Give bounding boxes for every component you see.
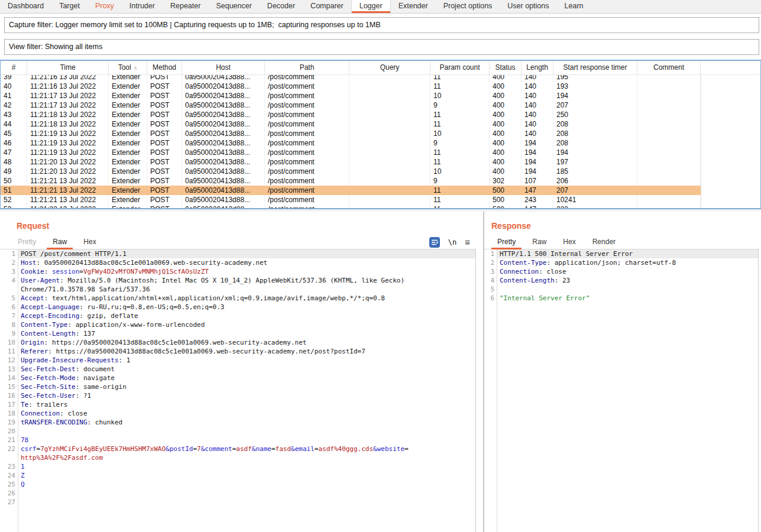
resp-tab-raw[interactable]: Raw	[524, 235, 555, 249]
column-header-comment[interactable]: Comment	[637, 61, 701, 74]
column-header-host[interactable]: Host	[182, 61, 265, 74]
cell-query	[349, 100, 430, 110]
line-number: 27	[0, 498, 18, 507]
log-row-53[interactable]: 5311:21:22 13 Jul 2022ExtenderPOST0a9500…	[1, 205, 701, 208]
cell-query	[349, 82, 430, 91]
main-tab-target[interactable]: Target	[51, 0, 88, 13]
column-header--[interactable]: #	[1, 61, 27, 74]
cell-status: 500	[490, 195, 522, 205]
column-label: Status	[495, 63, 515, 72]
log-row-45[interactable]: 4511:21:19 13 Jul 2022ExtenderPOST0a9500…	[1, 129, 701, 138]
cell-method: POST	[147, 186, 182, 195]
main-tab-comparer[interactable]: Comparer	[303, 0, 351, 13]
log-row-46[interactable]: 4611:21:19 13 Jul 2022ExtenderPOST0a9500…	[1, 138, 701, 148]
main-tab-dashboard[interactable]: Dashboard	[0, 0, 51, 13]
log-row-44[interactable]: 4411:21:18 13 Jul 2022ExtenderPOST0a9500…	[1, 119, 701, 129]
log-row-42[interactable]: 4211:21:17 13 Jul 2022ExtenderPOST0a9500…	[1, 100, 701, 110]
log-row-52[interactable]: 5211:21:21 13 Jul 2022ExtenderPOST0a9500…	[1, 195, 701, 205]
column-header-method[interactable]: Method	[147, 61, 182, 74]
main-tab-repeater[interactable]: Repeater	[163, 0, 208, 13]
cell-time: 11:21:20 13 Jul 2022	[27, 167, 109, 176]
capture-filter-text: Capture filter: Logger memory limit set …	[9, 21, 381, 29]
req-tab-pretty[interactable]: Pretty	[9, 235, 44, 249]
req-tab-raw[interactable]: Raw	[44, 235, 75, 249]
log-row-43[interactable]: 4311:21:18 13 Jul 2022ExtenderPOST0a9500…	[1, 110, 701, 119]
main-tab-sequencer[interactable]: Sequencer	[208, 0, 259, 13]
pretty-format-icon[interactable]	[429, 237, 440, 248]
resp-tab-pretty[interactable]: Pretty	[489, 235, 524, 249]
log-row-51[interactable]: 5111:21:21 13 Jul 2022ExtenderPOST0a9500…	[1, 186, 701, 195]
cell-length: 140	[522, 119, 553, 129]
cell-host: 0a9500020413d88...	[182, 157, 265, 167]
cell-query	[349, 75, 430, 82]
log-row-49[interactable]: 4911:21:20 13 Jul 2022ExtenderPOST0a9500…	[1, 167, 701, 176]
cell-query	[349, 167, 430, 176]
main-tab-project-options[interactable]: Project options	[436, 0, 500, 13]
column-header-path[interactable]: Path	[265, 61, 349, 74]
line-number: 3	[484, 267, 497, 276]
cell-start-response-timer: 194	[553, 91, 637, 100]
cell-method: POST	[147, 195, 182, 205]
main-tab-decoder[interactable]: Decoder	[260, 0, 303, 13]
line-content: "Internal Server Error"	[497, 294, 758, 303]
column-header-time[interactable]: Time	[27, 61, 109, 74]
cell-query	[349, 91, 430, 100]
log-row-47[interactable]: 4711:21:19 13 Jul 2022ExtenderPOST0a9500…	[1, 148, 701, 157]
column-header-tool[interactable]: Tool∧	[109, 61, 147, 74]
cell--: 47	[1, 148, 27, 157]
req-tab-hex[interactable]: Hex	[75, 235, 104, 249]
column-header-query[interactable]: Query	[349, 61, 430, 74]
cell-path: /post/comment	[265, 100, 349, 110]
cell-path: /post/comment	[265, 176, 349, 186]
line-number: 4	[484, 276, 497, 285]
cell-start-response-timer: 207	[553, 186, 637, 195]
line-content: Sec-Fetch-User: ?1	[18, 391, 475, 400]
response-editor[interactable]: 1HTTP/1.1 500 Internal Server Error2Cont…	[484, 249, 759, 532]
log-row-40[interactable]: 4011:21:16 13 Jul 2022ExtenderPOST0a9500…	[1, 82, 701, 91]
view-filter-bar[interactable]: View filter: Showing all items	[4, 39, 759, 55]
column-header-status[interactable]: Status	[490, 61, 522, 74]
resp-tab-hex[interactable]: Hex	[555, 235, 584, 249]
sort-asc-icon: ∧	[134, 65, 138, 71]
request-title: Request	[17, 221, 49, 231]
editor-line: 15Sec-Fetch-Site: same-origin	[0, 382, 475, 391]
column-header-param-count[interactable]: Param count	[430, 61, 490, 74]
cell-host: 0a9500020413d88...	[182, 82, 265, 91]
line-content: Sec-Fetch-Site: same-origin	[18, 382, 475, 391]
cell-start-response-timer: 208	[553, 129, 637, 138]
main-tab-learn[interactable]: Learn	[557, 0, 591, 13]
column-header-length[interactable]: Length	[522, 61, 553, 74]
cell-method: POST	[147, 75, 182, 82]
line-content: Content-Length: 137	[18, 329, 475, 338]
column-header-start-response-timer[interactable]: Start response timer	[553, 61, 637, 74]
cell-time: 11:21:21 13 Jul 2022	[27, 176, 109, 186]
cell-path: /post/comment	[265, 195, 349, 205]
resp-tab-render[interactable]: Render	[584, 235, 624, 249]
main-tab-logger[interactable]: Logger	[351, 0, 391, 13]
column-label: Host	[216, 63, 231, 72]
editor-menu-icon[interactable]: ≡	[465, 238, 470, 246]
capture-filter-bar[interactable]: Capture filter: Logger memory limit set …	[4, 17, 759, 33]
line-number: 8	[0, 320, 18, 329]
column-label: Method	[153, 63, 176, 72]
main-tab-user-options[interactable]: User options	[500, 0, 556, 13]
column-label: Query	[380, 63, 400, 72]
newline-icon[interactable]: \n	[448, 238, 456, 246]
log-row-39[interactable]: 3911:21:16 13 Jul 2022ExtenderPOST0a9500…	[1, 75, 701, 82]
cell-comment	[637, 75, 701, 82]
request-editor[interactable]: 1POST /post/comment HTTP/1.12Host: 0a950…	[0, 249, 476, 532]
log-row-41[interactable]: 4111:21:17 13 Jul 2022ExtenderPOST0a9500…	[1, 91, 701, 100]
main-tab-proxy[interactable]: Proxy	[88, 0, 122, 13]
cell-query	[349, 110, 430, 119]
cell-tool: Extender	[109, 110, 147, 119]
cell-start-response-timer: 222	[553, 205, 637, 208]
cell-method: POST	[147, 110, 182, 119]
log-row-50[interactable]: 5011:21:21 13 Jul 2022ExtenderPOST0a9500…	[1, 176, 701, 186]
cell-status: 500	[490, 205, 522, 208]
editor-line: 9Content-Length: 137	[0, 329, 475, 338]
table-scrollbar[interactable]	[701, 61, 760, 208]
main-tab-extender[interactable]: Extender	[391, 0, 436, 13]
cell-path: /post/comment	[265, 82, 349, 91]
log-row-48[interactable]: 4811:21:20 13 Jul 2022ExtenderPOST0a9500…	[1, 157, 701, 167]
main-tab-intruder[interactable]: Intruder	[122, 0, 163, 13]
